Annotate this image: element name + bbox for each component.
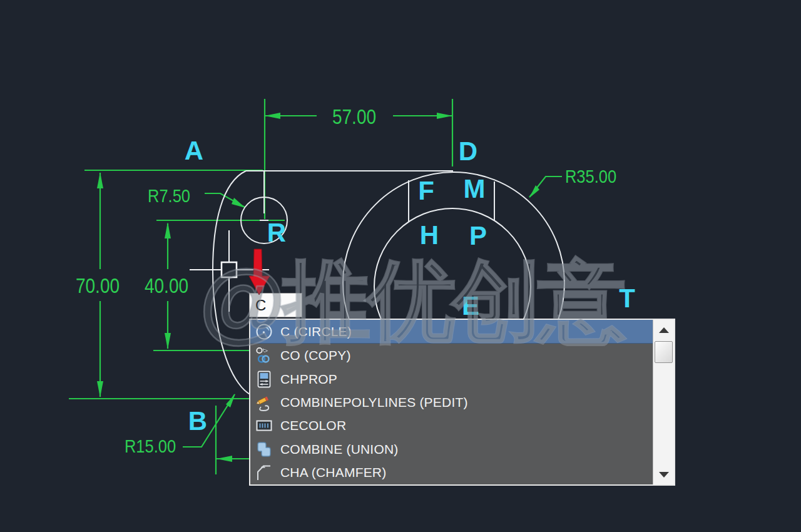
command-autocomplete-dropdown: C (CIRCLE)CO (COPY)CHPROPCOMBINEPOLYLINE… bbox=[249, 319, 675, 486]
command-input-box bbox=[249, 293, 302, 317]
autocomplete-item-combine-union[interactable]: COMBINE (UNION) bbox=[250, 437, 653, 461]
chprop-icon bbox=[253, 369, 275, 389]
point-label-f: F bbox=[418, 178, 434, 204]
scroll-down-arrow-icon bbox=[659, 472, 669, 478]
autocomplete-item-c-circle[interactable]: C (CIRCLE) bbox=[250, 320, 653, 344]
point-label-t: T bbox=[619, 285, 635, 312]
cad-application-window: ADFMHPRETB 57.00 70.00 40.00 R7.50 R35.0… bbox=[0, 0, 801, 532]
dimension-text-70: 70.00 bbox=[76, 275, 120, 296]
chamfer-icon bbox=[253, 463, 275, 483]
leader-r35-00 bbox=[529, 176, 562, 197]
pickbox bbox=[222, 262, 237, 277]
scrollbar-thumb[interactable] bbox=[655, 341, 673, 363]
autocomplete-item-cecolor[interactable]: CECOLOR bbox=[250, 414, 653, 437]
cecolor-icon bbox=[253, 416, 275, 436]
point-label-a: A bbox=[185, 138, 203, 164]
autocomplete-item-label: CHA (CHAMFER) bbox=[280, 465, 386, 480]
dimension-text-r7-50: R7.50 bbox=[148, 187, 190, 205]
point-label-h: H bbox=[420, 222, 439, 248]
union-icon bbox=[253, 439, 275, 459]
dimension-text-r15-00: R15.00 bbox=[125, 437, 176, 456]
point-label-r: R bbox=[267, 220, 286, 246]
scroll-up-arrow-icon bbox=[659, 327, 669, 333]
dropdown-scrollbar[interactable] bbox=[653, 320, 674, 484]
autocomplete-item-chprop[interactable]: CHPROP bbox=[250, 367, 653, 391]
autocomplete-item-label: C (CIRCLE) bbox=[280, 324, 352, 339]
autocomplete-item-cha-chamfer[interactable]: CHA (CHAMFER) bbox=[250, 461, 653, 484]
copy-icon bbox=[253, 345, 275, 366]
scroll-up-button[interactable] bbox=[653, 321, 674, 339]
scroll-down-button[interactable] bbox=[653, 466, 674, 483]
point-label-p: P bbox=[469, 223, 487, 249]
dimension-text-r35-00: R35.00 bbox=[565, 167, 616, 186]
autocomplete-list: C (CIRCLE)CO (COPY)CHPROPCOMBINEPOLYLINE… bbox=[250, 320, 653, 484]
autocomplete-item-label: COMBINEPOLYLINES (PEDIT) bbox=[280, 395, 468, 410]
autocomplete-item-label: CECOLOR bbox=[280, 418, 346, 433]
point-label-m: M bbox=[464, 176, 486, 202]
point-label-b: B bbox=[188, 408, 207, 434]
circle-icon bbox=[253, 322, 275, 342]
point-label-d: D bbox=[459, 138, 477, 165]
command-input[interactable] bbox=[250, 294, 307, 317]
autocomplete-item-label: CO (COPY) bbox=[280, 348, 351, 363]
pedit-icon bbox=[253, 392, 275, 412]
dimension-text-57: 57.00 bbox=[332, 106, 376, 127]
point-label-e: E bbox=[462, 293, 479, 319]
autocomplete-item-co-copy[interactable]: CO (COPY) bbox=[250, 344, 653, 367]
dimension-text-40: 40.00 bbox=[145, 275, 188, 296]
autocomplete-item-label: COMBINE (UNION) bbox=[280, 442, 399, 457]
autocomplete-item-label: CHPROP bbox=[280, 372, 337, 387]
autocomplete-item-combinepolylines-pedit[interactable]: COMBINEPOLYLINES (PEDIT) bbox=[250, 391, 653, 414]
